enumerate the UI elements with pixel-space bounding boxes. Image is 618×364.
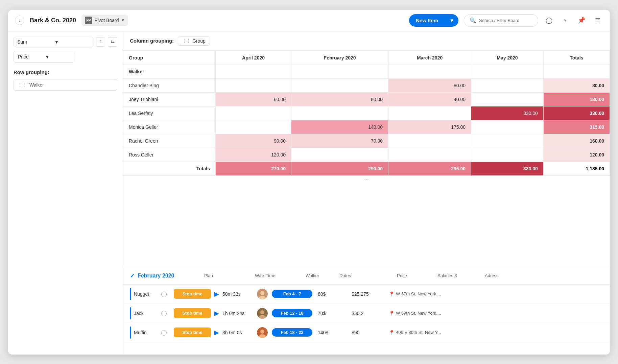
svg-point-4 bbox=[260, 310, 264, 314]
bottom-section: ✓ February 2020 Plan Walk Time Walker Da… bbox=[123, 267, 610, 355]
walk-time-jack: 1h 0m 24s bbox=[222, 311, 253, 316]
pivot-table: Group April 2020 February 2020 March 202… bbox=[123, 51, 610, 176]
col-header-price: Price bbox=[397, 273, 424, 278]
sum-chevron-icon: ▼ bbox=[54, 39, 90, 45]
play-icon[interactable]: ▶ bbox=[214, 329, 219, 336]
row-indicator bbox=[130, 307, 131, 319]
play-icon[interactable]: ▶ bbox=[214, 290, 219, 298]
avatar-nugget bbox=[257, 289, 268, 299]
search-box[interactable]: 🔍 bbox=[464, 14, 538, 27]
item-name-muffin: Muffin bbox=[134, 330, 161, 335]
totals-label: Totals bbox=[123, 162, 216, 175]
table-row: Rachel Green 90.00 70.00 160.00 bbox=[123, 134, 610, 148]
date-chip-jack: Feb 12 - 18 bbox=[272, 309, 312, 317]
price-select[interactable]: Price ▼ bbox=[14, 51, 74, 63]
bottom-title: ✓ February 2020 bbox=[130, 272, 191, 280]
table-row: Ross Geller 120.00 120.00 bbox=[123, 148, 610, 162]
eye-icon[interactable]: ♀ bbox=[560, 15, 571, 26]
walk-time-muffin: 3h 0m 0s bbox=[222, 330, 253, 335]
col-header-totals: Totals bbox=[543, 51, 610, 65]
location-icon: 📍 bbox=[389, 291, 395, 297]
location-icon: 📍 bbox=[389, 311, 395, 316]
walk-time-nugget: 50m 33s bbox=[222, 291, 253, 297]
stop-time-button[interactable]: Stop time bbox=[174, 308, 211, 318]
right-panel: Column grouping: ⋮⋮ Group Group April 20… bbox=[123, 31, 610, 355]
col-header-march: March 2020 bbox=[388, 51, 471, 65]
row-indicator bbox=[130, 326, 131, 339]
row-name-lea: Lea Serfaty bbox=[123, 106, 216, 120]
address-muffin: 📍 406 E 80th St, New Y... bbox=[389, 330, 603, 335]
stop-time-button[interactable]: Stop time bbox=[174, 289, 211, 299]
price-chevron-icon: ▼ bbox=[45, 54, 70, 59]
col-header-february: February 2020 bbox=[291, 51, 388, 65]
row-name-chandler: Chandler Bing bbox=[123, 78, 216, 92]
avatar-muffin bbox=[257, 327, 268, 338]
drag-handle-icon[interactable]: ⋮⋮ bbox=[18, 82, 27, 87]
price-muffin: 140$ bbox=[318, 330, 345, 335]
col-header-walk-time: Walk Time bbox=[255, 273, 292, 278]
col-header-april: April 2020 bbox=[215, 51, 291, 65]
col-header-walker: Walker bbox=[306, 273, 326, 278]
date-chip-muffin: Feb 18 - 22 bbox=[272, 328, 312, 337]
svg-point-7 bbox=[260, 330, 264, 334]
app-title: Bark & Co. 2020 bbox=[30, 17, 76, 24]
chevron-down-icon: ▼ bbox=[121, 18, 125, 23]
location-icon: 📍 bbox=[389, 330, 395, 335]
pivot-table-wrapper: Group April 2020 February 2020 March 202… bbox=[123, 51, 610, 267]
header: › Bark & Co. 2020 PP Pivot Board ▼ New I… bbox=[8, 10, 610, 31]
filter-icon[interactable]: ☰ bbox=[592, 15, 603, 26]
search-input[interactable] bbox=[479, 18, 532, 23]
board-icon: PP bbox=[85, 17, 92, 24]
price-label: Price bbox=[18, 54, 43, 59]
new-item-chevron-icon[interactable]: ▼ bbox=[445, 14, 458, 27]
board-name: Pivot Board bbox=[94, 18, 119, 23]
list-item: Muffin ◯ Stop time ▶ 3h 0m 0s Feb 18 - 2… bbox=[123, 323, 610, 342]
pin-icon[interactable]: 📌 bbox=[576, 15, 587, 26]
table-row: Monica Geller 140.00 175.00 315.00 bbox=[123, 120, 610, 134]
chat-icon[interactable]: ◯ bbox=[161, 329, 167, 336]
board-selector[interactable]: PP Pivot Board ▼ bbox=[81, 15, 128, 26]
totals-row: Totals 270.00 290.00 295.00 330.00 1,185… bbox=[123, 162, 610, 175]
sum-select[interactable]: Sum ▼ bbox=[14, 37, 93, 47]
new-item-button[interactable]: New Item ▼ bbox=[409, 14, 458, 27]
price-nugget: 80$ bbox=[318, 291, 345, 297]
play-icon[interactable]: ▶ bbox=[214, 310, 219, 317]
sum-row: Sum ▼ ⇧ ⇆ bbox=[14, 37, 117, 47]
resize-handle[interactable]: ⋯ bbox=[123, 176, 610, 183]
salary-nugget: $25.275 bbox=[352, 291, 382, 297]
list-item: Nugget ◯ Stop time ▶ 50m 33s Feb 4 - 7 8… bbox=[123, 285, 610, 304]
row-indicator bbox=[130, 288, 131, 300]
sort-desc-icon[interactable]: ⇆ bbox=[108, 37, 117, 47]
row-name-monica: Monica Geller bbox=[123, 120, 216, 134]
col-header-salaries: Salaries $ bbox=[437, 273, 471, 278]
stop-time-button[interactable]: Stop time bbox=[174, 327, 211, 337]
sidebar-toggle-button[interactable]: › bbox=[15, 16, 24, 25]
bottom-header: ✓ February 2020 Plan Walk Time Walker Da… bbox=[123, 267, 610, 285]
table-row: Chandler Bing 80.00 80.00 bbox=[123, 78, 610, 92]
address-jack: 📍 W 69th St, New York,... bbox=[389, 311, 603, 316]
sort-asc-icon[interactable]: ⇧ bbox=[96, 37, 105, 47]
col-header-dates: Dates bbox=[339, 273, 383, 278]
item-name-jack: Jack bbox=[134, 311, 161, 316]
table-row: Walker bbox=[123, 65, 610, 78]
left-panel: Sum ▼ ⇧ ⇆ Price ▼ Row grouping: ⋮⋮ Walke… bbox=[8, 31, 123, 355]
calendar-icon: ✓ bbox=[130, 272, 135, 280]
table-header-row: Group April 2020 February 2020 March 202… bbox=[123, 51, 610, 65]
col-header-plan: Plan bbox=[204, 273, 241, 278]
table-row: Joey Tribbiani 60.00 80.00 40.00 180.00 bbox=[123, 92, 610, 106]
chat-icon[interactable]: ◯ bbox=[161, 310, 167, 316]
walker-tag: ⋮⋮ Walker bbox=[14, 79, 117, 91]
avatar-jack bbox=[257, 308, 268, 319]
salary-muffin: $90 bbox=[352, 330, 382, 335]
bottom-section-title: February 2020 bbox=[138, 273, 174, 279]
user-icon[interactable]: ◯ bbox=[544, 15, 554, 26]
main-content: Sum ▼ ⇧ ⇆ Price ▼ Row grouping: ⋮⋮ Walke… bbox=[8, 31, 610, 355]
column-grouping-label: Column grouping: bbox=[130, 38, 174, 44]
salary-jack: $30.2 bbox=[352, 311, 382, 316]
chat-icon[interactable]: ◯ bbox=[161, 291, 167, 297]
col-header-may: May 2020 bbox=[471, 51, 544, 65]
price-jack: 70$ bbox=[318, 311, 345, 316]
group-chip[interactable]: ⋮⋮ Group bbox=[178, 36, 210, 46]
app-window: › Bark & Co. 2020 PP Pivot Board ▼ New I… bbox=[8, 10, 610, 355]
list-item: Jack ◯ Stop time ▶ 1h 0m 24s Feb 12 - 18… bbox=[123, 304, 610, 323]
